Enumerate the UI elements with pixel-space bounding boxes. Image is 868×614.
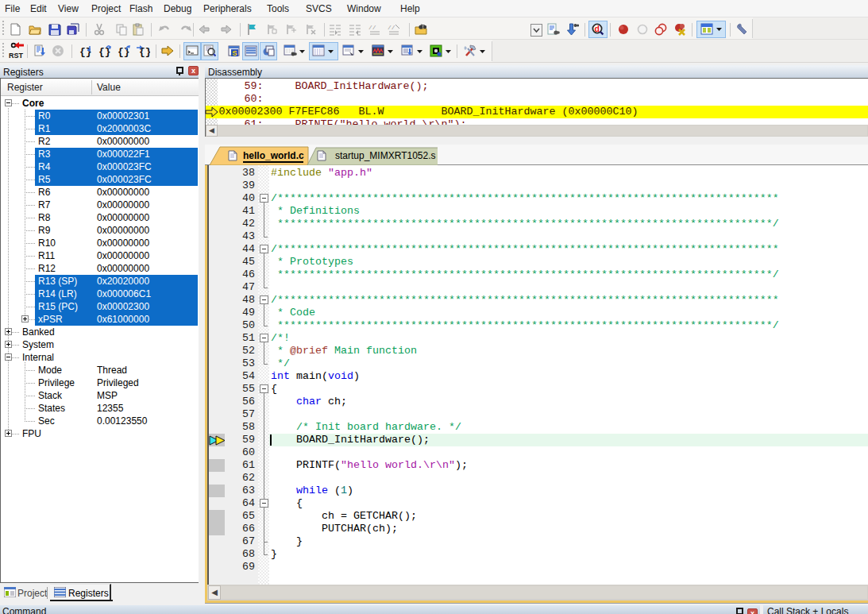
svg-text://: // — [388, 24, 395, 31]
svg-text://: // — [368, 24, 376, 31]
svg-text:d: d — [594, 24, 599, 33]
svg-text:S: S — [233, 49, 237, 57]
svg-text:{}: {} — [139, 46, 150, 57]
svg-text:{}: {} — [118, 46, 130, 57]
svg-text:RST: RST — [9, 52, 24, 60]
